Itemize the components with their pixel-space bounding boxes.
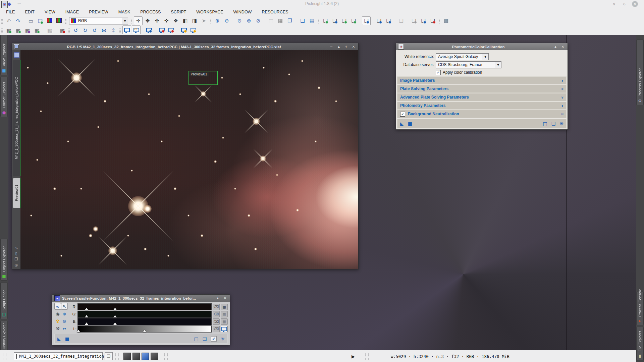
shade-window-icon[interactable]: ▤ (308, 16, 316, 25)
channel-screen-button[interactable] (221, 326, 228, 332)
stf-24bit-icon[interactable]: 24 (132, 25, 141, 34)
radiation-icon[interactable]: ☢ (54, 318, 61, 324)
chevron-down-icon[interactable]: ▼ (482, 54, 488, 60)
zoom-1-1-icon[interactable]: ⊙ (235, 16, 244, 25)
shadow-midtone-marker[interactable] (85, 322, 88, 325)
pcc-close-button[interactable]: ✕ (560, 45, 566, 49)
shadow-midtone-marker[interactable] (85, 315, 88, 317)
sidebar-tab-file-explorer[interactable]: File Explorer▮ (636, 327, 644, 360)
image-canvas[interactable]: Preview01 (20, 50, 358, 269)
toolbar-handle[interactable] (119, 28, 121, 33)
workspace-button-4[interactable] (151, 353, 158, 360)
window-maximize-button[interactable]: ◇ (621, 1, 627, 7)
menu-workspace[interactable]: WORKSPACE (196, 10, 223, 14)
channel-selector[interactable]: RGB ▼ (69, 17, 128, 24)
channel-grid-button[interactable]: ▦ (221, 311, 228, 317)
shadow-midtone-marker[interactable] (143, 330, 146, 332)
new-image-icon[interactable]: ❏ (36, 17, 45, 25)
rotate-180-icon[interactable]: ↺ (71, 26, 80, 35)
preview-rectangle[interactable]: Preview01 (189, 71, 218, 85)
strip-select-icon[interactable]: ↘ (15, 246, 18, 250)
clone-image-icon[interactable] (55, 16, 63, 25)
image-shade-button[interactable]: ▲ (336, 45, 341, 48)
browse-documentation-button[interactable]: □ (543, 121, 547, 126)
histogram-strip-b[interactable] (77, 318, 212, 325)
doc-import-icon[interactable]: ❏ (375, 16, 383, 25)
maximize-preview-icon[interactable]: ❑ (298, 16, 307, 25)
expand-chevron-icon[interactable]: » (560, 96, 565, 98)
sidebar-tab-script-editor[interactable]: Script Editor❑ (0, 282, 8, 319)
link-rgb-icon[interactable]: ∞ (54, 303, 61, 310)
sidebar-tab-process-console[interactable]: Process Console▸ (636, 292, 644, 325)
tab-preview01[interactable]: Preview01 (13, 178, 21, 208)
section-plate-solving-parameters[interactable]: Plate Solving Parameters» (397, 85, 567, 93)
section-background-neutralization[interactable]: ✓ Background Neutralization » (397, 110, 567, 118)
image-container-icon[interactable] (45, 16, 54, 25)
stf-documentation-button[interactable]: ❏ (203, 337, 207, 341)
hdr-stf-boost-icon[interactable] (189, 25, 198, 34)
workspace-delete-icon[interactable]: ▦ (58, 26, 67, 35)
window-minimize-button[interactable]: ∨ (611, 1, 617, 7)
apply-color-calibration-checkbox[interactable]: ✓ (436, 70, 441, 75)
strip-target-icon[interactable]: ◎ (15, 263, 18, 267)
stf-browse-documentation-button[interactable]: □ (194, 337, 198, 341)
menu-image[interactable]: IMAGE (65, 10, 79, 14)
histogram-strip-g[interactable] (77, 311, 212, 318)
sidebar-tab-view-explorer[interactable]: View Explorer■ (0, 35, 8, 75)
workspace-load-icon[interactable]: ▦ (4, 26, 13, 35)
menu-window[interactable]: WINDOW (233, 10, 252, 14)
pcc-shade-button[interactable]: ▲ (553, 45, 558, 48)
doc-export-icon[interactable]: ❏ (384, 16, 393, 25)
channel-grid-button[interactable]: ▦ (221, 318, 228, 325)
shadow-midtone-marker[interactable] (77, 330, 80, 332)
shadow-midtone-marker[interactable] (113, 315, 117, 317)
doc-star-icon[interactable]: ❏ (410, 16, 418, 25)
channel-reset-button[interactable]: ⌫ (213, 311, 220, 317)
stf-track-view-button[interactable]: ✔ (211, 336, 217, 342)
workspace-button-1[interactable] (123, 353, 131, 360)
sidebar-tab-format-explorer[interactable]: Format Explorer● (0, 77, 8, 117)
move-mode-icon[interactable]: ✜ (162, 16, 171, 25)
expand-chevron-icon[interactable]: » (560, 88, 565, 90)
stf-close-button[interactable]: ✕ (222, 296, 228, 300)
stf-clear-all-icon[interactable] (167, 25, 175, 34)
drag-handle[interactable] (115, 353, 119, 360)
background-neutralization-checkbox[interactable]: ✓ (400, 112, 405, 117)
channel-grid-button[interactable]: ▦ (221, 304, 228, 310)
workspace-properties-icon[interactable]: ▦ (33, 26, 41, 35)
drag-handle[interactable] (3, 353, 6, 360)
run-icon[interactable]: ▶ (352, 354, 355, 359)
image-window-titlebar[interactable]: RGB 1:5 M42_1_300secs_32_frames_integrat… (12, 43, 358, 50)
stf-zoom-out-icon[interactable]: ⊖ (61, 318, 68, 324)
sidebar-tab-process-explorer[interactable]: Process Explorer⚙ (636, 40, 644, 105)
stf-enable-icon[interactable] (122, 25, 131, 34)
preview-grid-icon[interactable]: ▦ (276, 16, 285, 25)
menu-edit[interactable]: EDIT (25, 10, 34, 14)
toolbar-handle[interactable] (1, 19, 3, 24)
rotate-90cw-icon[interactable]: ↻ (81, 26, 90, 35)
zoom-fit-icon[interactable]: ⊛ (245, 16, 253, 25)
workspace-button-2[interactable] (132, 353, 140, 360)
texture-icon[interactable]: ▩ (442, 16, 450, 25)
stf-zoom-in-icon[interactable]: ⊕ (61, 310, 68, 317)
menu-mask[interactable]: MASK (118, 10, 130, 14)
menu-file[interactable]: FILE (6, 10, 15, 14)
menu-resources[interactable]: RESOURCES (262, 10, 288, 14)
histogram-strip-l[interactable] (77, 325, 212, 333)
zoom-selection-icon[interactable]: ⊘ (254, 16, 263, 25)
expand-mode-icon[interactable]: ✥ (143, 16, 152, 25)
doc-history-icon[interactable]: ❏ (340, 16, 348, 25)
doc-edit-icon[interactable]: ❏ (330, 16, 339, 25)
flip-horizontal-icon[interactable]: ⋈ (100, 26, 108, 35)
new-preview-icon[interactable]: □ (267, 16, 275, 25)
toolbar-handle[interactable] (68, 28, 70, 33)
active-view-select[interactable]: M42_1_300secs_32_frames_integration ▼ (14, 352, 103, 360)
navigate-mode-icon[interactable]: ❖ (171, 16, 180, 25)
stf-titlebar[interactable]: ~ ScreenTransferFunction: M42_1_300secs_… (52, 295, 230, 302)
toolbar-handle[interactable] (318, 19, 319, 23)
doc-delete-icon[interactable]: ❏ (428, 16, 437, 25)
image-minimize-button[interactable]: − (329, 45, 334, 49)
doc-clone-icon[interactable]: ❏ (349, 16, 358, 25)
chevron-down-icon[interactable]: ▼ (495, 62, 501, 68)
toolbar-handle[interactable] (131, 19, 132, 23)
